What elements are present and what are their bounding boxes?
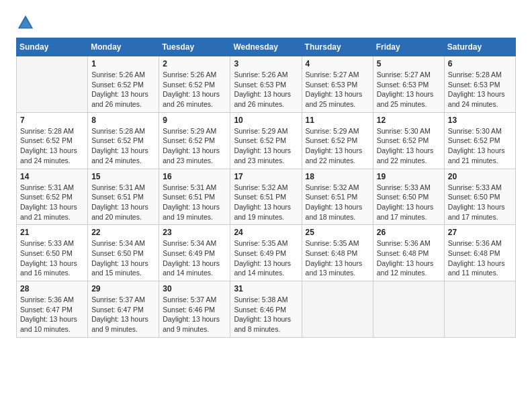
calendar-cell: 8Sunrise: 5:28 AM Sunset: 6:52 PM Daylig… bbox=[88, 112, 159, 169]
calendar-cell: 19Sunrise: 5:33 AM Sunset: 6:50 PM Dayli… bbox=[373, 169, 444, 225]
day-number: 31 bbox=[234, 284, 298, 293]
calendar-week-row: 14Sunrise: 5:31 AM Sunset: 6:52 PM Dayli… bbox=[17, 169, 516, 225]
day-detail: Sunrise: 5:31 AM Sunset: 6:51 PM Dayligh… bbox=[91, 183, 155, 222]
day-number: 4 bbox=[306, 59, 369, 68]
day-number: 26 bbox=[377, 228, 441, 237]
day-detail: Sunrise: 5:37 AM Sunset: 6:46 PM Dayligh… bbox=[163, 295, 226, 334]
day-detail: Sunrise: 5:30 AM Sunset: 6:52 PM Dayligh… bbox=[448, 126, 512, 166]
day-number: 27 bbox=[448, 228, 512, 237]
day-detail: Sunrise: 5:34 AM Sunset: 6:49 PM Dayligh… bbox=[163, 238, 226, 278]
day-number: 18 bbox=[306, 172, 369, 181]
weekday-header-sunday: Sunday bbox=[17, 38, 88, 56]
calendar-cell: 1Sunrise: 5:26 AM Sunset: 6:52 PM Daylig… bbox=[88, 56, 159, 113]
calendar-week-row: 7Sunrise: 5:28 AM Sunset: 6:52 PM Daylig… bbox=[17, 112, 516, 169]
day-number: 8 bbox=[91, 116, 155, 125]
day-detail: Sunrise: 5:35 AM Sunset: 6:49 PM Dayligh… bbox=[234, 238, 298, 278]
calendar-cell: 11Sunrise: 5:29 AM Sunset: 6:52 PM Dayli… bbox=[302, 112, 373, 169]
day-detail: Sunrise: 5:27 AM Sunset: 6:53 PM Dayligh… bbox=[377, 70, 441, 109]
calendar-cell bbox=[302, 281, 373, 338]
day-detail: Sunrise: 5:29 AM Sunset: 6:52 PM Dayligh… bbox=[234, 126, 298, 166]
day-number: 15 bbox=[91, 172, 155, 181]
day-number: 14 bbox=[20, 172, 84, 181]
weekday-header-row: SundayMondayTuesdayWednesdayThursdayFrid… bbox=[17, 38, 516, 56]
day-number: 30 bbox=[163, 284, 226, 293]
calendar-cell: 21Sunrise: 5:33 AM Sunset: 6:50 PM Dayli… bbox=[17, 225, 88, 281]
day-detail: Sunrise: 5:30 AM Sunset: 6:52 PM Dayligh… bbox=[377, 126, 441, 166]
calendar-week-row: 1Sunrise: 5:26 AM Sunset: 6:52 PM Daylig… bbox=[17, 56, 516, 113]
calendar-cell bbox=[373, 281, 444, 338]
day-detail: Sunrise: 5:38 AM Sunset: 6:46 PM Dayligh… bbox=[234, 295, 298, 334]
calendar-cell: 18Sunrise: 5:32 AM Sunset: 6:51 PM Dayli… bbox=[302, 169, 373, 225]
day-number: 1 bbox=[91, 59, 155, 68]
day-number: 2 bbox=[163, 59, 226, 68]
calendar-cell: 9Sunrise: 5:29 AM Sunset: 6:52 PM Daylig… bbox=[159, 112, 230, 169]
calendar-cell: 6Sunrise: 5:28 AM Sunset: 6:53 PM Daylig… bbox=[444, 56, 515, 113]
day-detail: Sunrise: 5:35 AM Sunset: 6:48 PM Dayligh… bbox=[306, 238, 369, 278]
day-number: 5 bbox=[377, 59, 441, 68]
calendar-cell: 7Sunrise: 5:28 AM Sunset: 6:52 PM Daylig… bbox=[17, 112, 88, 169]
calendar-cell: 16Sunrise: 5:31 AM Sunset: 6:51 PM Dayli… bbox=[159, 169, 230, 225]
day-number: 7 bbox=[20, 116, 84, 125]
day-number: 16 bbox=[163, 172, 226, 181]
page-header bbox=[16, 13, 516, 32]
day-number: 23 bbox=[163, 228, 226, 237]
weekday-header-monday: Monday bbox=[88, 38, 159, 56]
calendar-cell: 15Sunrise: 5:31 AM Sunset: 6:51 PM Dayli… bbox=[88, 169, 159, 225]
calendar-cell: 22Sunrise: 5:34 AM Sunset: 6:50 PM Dayli… bbox=[88, 225, 159, 281]
weekday-header-thursday: Thursday bbox=[302, 38, 373, 56]
day-detail: Sunrise: 5:29 AM Sunset: 6:52 PM Dayligh… bbox=[306, 126, 369, 166]
day-detail: Sunrise: 5:32 AM Sunset: 6:51 PM Dayligh… bbox=[306, 183, 369, 222]
day-number: 12 bbox=[377, 116, 441, 125]
calendar-cell: 23Sunrise: 5:34 AM Sunset: 6:49 PM Dayli… bbox=[159, 225, 230, 281]
day-number: 13 bbox=[448, 116, 512, 125]
calendar-cell: 13Sunrise: 5:30 AM Sunset: 6:52 PM Dayli… bbox=[444, 112, 515, 169]
day-detail: Sunrise: 5:37 AM Sunset: 6:47 PM Dayligh… bbox=[91, 295, 155, 334]
day-detail: Sunrise: 5:33 AM Sunset: 6:50 PM Dayligh… bbox=[377, 183, 441, 222]
day-detail: Sunrise: 5:26 AM Sunset: 6:53 PM Dayligh… bbox=[234, 70, 298, 109]
day-detail: Sunrise: 5:33 AM Sunset: 6:50 PM Dayligh… bbox=[448, 183, 512, 222]
calendar-cell: 5Sunrise: 5:27 AM Sunset: 6:53 PM Daylig… bbox=[373, 56, 444, 113]
calendar-cell: 2Sunrise: 5:26 AM Sunset: 6:52 PM Daylig… bbox=[159, 56, 230, 113]
calendar-cell bbox=[444, 281, 515, 338]
day-detail: Sunrise: 5:36 AM Sunset: 6:48 PM Dayligh… bbox=[377, 238, 441, 278]
day-detail: Sunrise: 5:31 AM Sunset: 6:52 PM Dayligh… bbox=[20, 183, 84, 222]
day-detail: Sunrise: 5:26 AM Sunset: 6:52 PM Dayligh… bbox=[91, 70, 155, 109]
weekday-header-wednesday: Wednesday bbox=[230, 38, 302, 56]
calendar-cell: 20Sunrise: 5:33 AM Sunset: 6:50 PM Dayli… bbox=[444, 169, 515, 225]
calendar-cell: 17Sunrise: 5:32 AM Sunset: 6:51 PM Dayli… bbox=[230, 169, 302, 225]
calendar-cell: 25Sunrise: 5:35 AM Sunset: 6:48 PM Dayli… bbox=[302, 225, 373, 281]
calendar-cell: 3Sunrise: 5:26 AM Sunset: 6:53 PM Daylig… bbox=[230, 56, 302, 113]
calendar-cell: 14Sunrise: 5:31 AM Sunset: 6:52 PM Dayli… bbox=[17, 169, 88, 225]
weekday-header-tuesday: Tuesday bbox=[159, 38, 230, 56]
day-detail: Sunrise: 5:36 AM Sunset: 6:48 PM Dayligh… bbox=[448, 238, 512, 278]
day-detail: Sunrise: 5:33 AM Sunset: 6:50 PM Dayligh… bbox=[20, 238, 84, 278]
day-detail: Sunrise: 5:32 AM Sunset: 6:51 PM Dayligh… bbox=[234, 183, 298, 222]
calendar-cell: 12Sunrise: 5:30 AM Sunset: 6:52 PM Dayli… bbox=[373, 112, 444, 169]
day-detail: Sunrise: 5:31 AM Sunset: 6:51 PM Dayligh… bbox=[163, 183, 226, 222]
day-number: 9 bbox=[163, 116, 226, 125]
day-number: 22 bbox=[91, 228, 155, 237]
calendar-cell bbox=[17, 56, 88, 113]
day-number: 29 bbox=[91, 284, 155, 293]
calendar-cell: 27Sunrise: 5:36 AM Sunset: 6:48 PM Dayli… bbox=[444, 225, 515, 281]
day-number: 24 bbox=[234, 228, 298, 237]
calendar-week-row: 28Sunrise: 5:36 AM Sunset: 6:47 PM Dayli… bbox=[17, 281, 516, 338]
day-detail: Sunrise: 5:28 AM Sunset: 6:52 PM Dayligh… bbox=[91, 126, 155, 166]
calendar-cell: 10Sunrise: 5:29 AM Sunset: 6:52 PM Dayli… bbox=[230, 112, 302, 169]
calendar-cell: 29Sunrise: 5:37 AM Sunset: 6:47 PM Dayli… bbox=[88, 281, 159, 338]
day-number: 28 bbox=[20, 284, 84, 293]
weekday-header-saturday: Saturday bbox=[444, 38, 515, 56]
calendar-cell: 4Sunrise: 5:27 AM Sunset: 6:53 PM Daylig… bbox=[302, 56, 373, 113]
logo bbox=[16, 13, 39, 32]
day-detail: Sunrise: 5:28 AM Sunset: 6:52 PM Dayligh… bbox=[20, 126, 84, 166]
logo-icon bbox=[16, 13, 35, 32]
day-number: 19 bbox=[377, 172, 441, 181]
day-number: 21 bbox=[20, 228, 84, 237]
calendar-table: SundayMondayTuesdayWednesdayThursdayFrid… bbox=[16, 38, 516, 338]
weekday-header-friday: Friday bbox=[373, 38, 444, 56]
day-number: 17 bbox=[234, 172, 298, 181]
day-number: 10 bbox=[234, 116, 298, 125]
day-number: 11 bbox=[306, 116, 369, 125]
day-detail: Sunrise: 5:29 AM Sunset: 6:52 PM Dayligh… bbox=[163, 126, 226, 166]
calendar-cell: 26Sunrise: 5:36 AM Sunset: 6:48 PM Dayli… bbox=[373, 225, 444, 281]
